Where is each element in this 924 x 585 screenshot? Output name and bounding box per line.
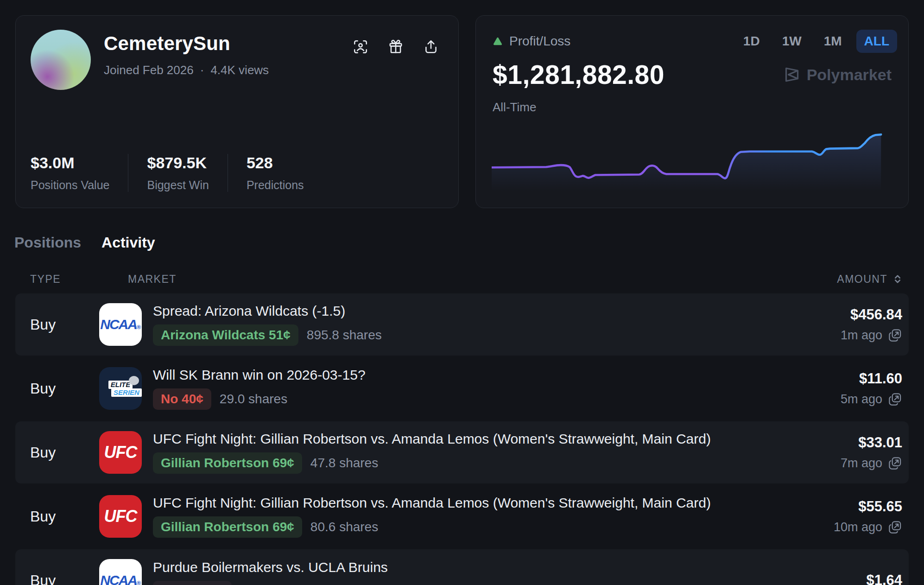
column-header-market: MARKET [128,273,177,286]
trade-amount: $456.84 [850,306,902,323]
outcome-badge: No 40¢ [153,388,211,410]
outcome-badge: Gillian Robertson 69¢ [153,516,302,538]
polymarket-watermark: Polymarket [783,65,897,84]
pnl-period: All-Time [493,100,897,114]
external-link-icon[interactable] [888,328,902,343]
profile-tabs: Positions Activity [14,234,155,251]
column-header-type: TYPE [30,273,61,286]
time-range-selector: 1D 1W 1M ALL [735,30,897,53]
stat-biggest-win: $879.5K Biggest Win [128,154,227,192]
stat-positions-value: $3.0M Positions Value [31,154,128,192]
activity-table: TYPE MARKET AMOUNT Buy NCAA® Spread: A [15,270,909,585]
trade-type: Buy [15,508,99,525]
profile-name: CemeterySun [104,32,269,55]
market-title[interactable]: UFC Fight Night: Gillian Robertson vs. A… [153,431,711,447]
sort-icon[interactable] [892,273,903,285]
outcome-badge: Arizona Wildcats 51¢ [153,324,298,346]
pnl-value: $1,281,882.80 [493,59,665,90]
range-1w[interactable]: 1W [774,30,810,53]
outcome-badge: Gillian Robertson 69¢ [153,452,302,474]
pnl-chart[interactable] [492,130,902,191]
shares-count: 895.8 shares [307,328,382,343]
shares-count: 47.8 shares [310,456,378,471]
external-link-icon[interactable] [888,392,902,407]
profit-loss-card: Profit/Loss 1D 1W 1M ALL $1,281,882.80 P… [475,15,909,208]
polymarket-logo-icon [783,65,801,84]
joined-date: Joined Feb 2026 [104,63,194,77]
market-title[interactable]: Spread: Arizona Wildcats (-1.5) [153,303,382,319]
dot-separator: · [200,63,204,77]
activity-row[interactable]: Buy UFC UFC Fight Night: Gillian Roberts… [15,485,909,547]
activity-row[interactable]: Buy UFC UFC Fight Night: Gillian Roberts… [15,421,909,483]
trade-type: Buy [15,572,99,585]
ufc-logo: UFC [99,431,142,474]
stat-predictions: 528 Predictions [228,154,323,192]
trade-type: Buy [15,316,99,333]
polymarket-profile-page: CemeterySun Joined Feb 2026 · 4.4K views [0,0,924,585]
trade-amount: $11.60 [859,370,902,387]
trade-type: Buy [15,444,99,461]
market-title[interactable]: Will SK Brann win on 2026-03-15? [153,367,366,383]
face-scan-icon[interactable] [353,39,368,55]
trade-time: 7m ago [841,456,882,471]
activity-row[interactable]: Buy NCAA® Spread: Arizona Wildcats (-1.5… [15,293,909,356]
pnl-label: Profit/Loss [509,34,570,49]
up-triangle-icon [493,37,503,46]
trade-amount: $55.65 [858,498,902,515]
range-1m[interactable]: 1M [816,30,850,53]
trade-time: 1m ago [841,328,882,343]
profile-card: CemeterySun Joined Feb 2026 · 4.4K views [15,15,459,208]
activity-row[interactable]: Buy NCAA® Purdue Boilermakers vs. UCLA B… [15,549,909,585]
eliteserien-logo: ELITE SERIEN [99,367,142,410]
shares-count: 80.6 shares [310,520,378,534]
range-all[interactable]: ALL [856,30,897,53]
ncaa-logo: NCAA® [99,559,142,585]
trade-time: 10m ago [834,520,882,534]
share-icon[interactable] [423,39,439,55]
activity-row[interactable]: Buy ELITE SERIEN Will SK Brann win on 20… [15,357,909,420]
gift-icon[interactable] [388,39,404,55]
outcome-badge [153,581,232,585]
external-link-icon[interactable] [888,456,902,471]
external-link-icon[interactable] [888,520,902,534]
views-count: 4.4K views [210,63,269,77]
polymarket-logo-text: Polymarket [807,66,892,84]
trade-amount: $33.01 [858,434,902,451]
ufc-logo: UFC [99,495,142,538]
market-title[interactable]: Purdue Boilermakers vs. UCLA Bruins [153,560,388,575]
tab-positions[interactable]: Positions [14,234,81,251]
avatar[interactable] [31,30,91,90]
trade-amount: $1.64 [866,572,902,585]
trade-time: 5m ago [841,392,882,407]
tab-activity[interactable]: Activity [101,234,155,251]
trade-type: Buy [15,380,99,397]
shares-count: 29.0 shares [220,392,287,407]
ncaa-logo: NCAA® [99,303,142,346]
range-1d[interactable]: 1D [735,30,768,53]
market-title[interactable]: UFC Fight Night: Gillian Robertson vs. A… [153,495,711,511]
column-header-amount[interactable]: AMOUNT [837,273,909,286]
